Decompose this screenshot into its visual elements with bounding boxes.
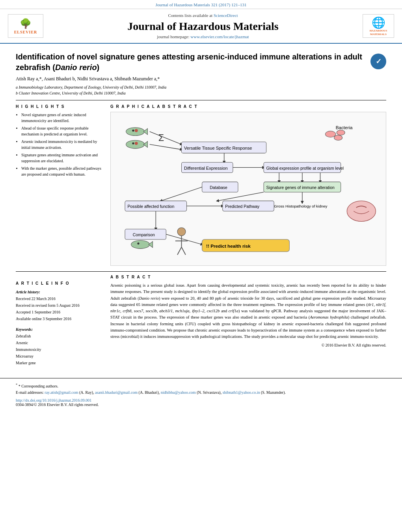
- graphical-abstract-section: G R A P H I C A L A B S T R A C T: [110, 104, 386, 266]
- issn-line: 0304-3894/© 2016 Elsevier B.V. All right…: [16, 402, 386, 407]
- svg-point-53: [137, 243, 139, 245]
- journal-header: 🌳 ELSEVIER Contents lists available at S…: [0, 9, 402, 44]
- globe-icon: 🌐: [372, 16, 385, 29]
- elsevier-logo: 🌳 ELSEVIER: [8, 14, 43, 38]
- abstract-text: Arsenic poisoning is a serious global is…: [110, 282, 386, 340]
- abstract-heading: A B S T R A C T: [110, 275, 386, 279]
- svg-text:Σ: Σ: [158, 133, 164, 143]
- article-info-heading: A R T I C L E I N F O: [16, 281, 102, 285]
- svg-point-5: [132, 142, 134, 144]
- svg-text:Possible affected function: Possible affected function: [128, 204, 175, 209]
- doi-section: http://dx.doi.org/10.1016/j.jhazmat.2016…: [0, 396, 402, 411]
- svg-point-16: [334, 135, 342, 140]
- highlight-item: Ahead of tissue specific response probab…: [21, 125, 102, 137]
- svg-text:Differential Expression: Differential Expression: [184, 166, 228, 171]
- svg-point-39: [347, 201, 376, 221]
- svg-line-6: [150, 132, 182, 145]
- highlights-graphical-section: H I G H L I G H T S Novel signature gene…: [16, 104, 386, 266]
- journal-reference: Journal of Hazardous Materials 321 (2017…: [0, 0, 402, 9]
- graphical-abstract-diagram: Σ Versatile Tissue Specific Response Bac…: [110, 112, 386, 266]
- svg-text:Gross Histopathology of kidney: Gross Histopathology of kidney: [274, 204, 327, 208]
- svg-point-51: [131, 241, 150, 249]
- svg-text:!! Predict health risk: !! Predict health risk: [206, 243, 251, 248]
- email-srivastava[interactable]: nidhibhu@yahoo.com: [161, 390, 196, 395]
- svg-line-32: [218, 192, 264, 201]
- crossmark-icon[interactable]: ✓: [370, 54, 386, 69]
- highlights-section: H I G H L I G H T S Novel signature gene…: [16, 104, 102, 266]
- svg-line-49: [177, 247, 181, 255]
- svg-marker-4: [143, 141, 147, 148]
- email-ray[interactable]: ray.atish@gmail.com: [45, 390, 78, 395]
- affiliation-b: b Cluster Innovation Centre, University …: [16, 90, 386, 96]
- email-mazumder[interactable]: shibnath1@yahoo.co.in: [223, 390, 260, 395]
- svg-point-15: [337, 130, 345, 135]
- svg-point-2: [132, 130, 134, 132]
- highlights-heading: H I G H L I G H T S: [16, 104, 102, 109]
- email-bhaduri[interactable]: asanii.bhaduri@gmail.com: [95, 390, 138, 395]
- article-info: A R T I C L E I N F O Article history: R…: [16, 281, 102, 366]
- homepage-line: journal homepage: www.elsevier.com/locat…: [51, 34, 355, 39]
- footnote-section: * * Corresponding authors. E-mail addres…: [0, 382, 402, 396]
- affiliation-a: a Immunobiology Laboratory, Department o…: [16, 84, 386, 90]
- divider-top: [16, 100, 386, 100]
- svg-line-30: [161, 187, 202, 201]
- abstract-section: A B S T R A C T Arsenic poisoning is a s…: [110, 275, 386, 366]
- svg-point-9: [135, 142, 138, 145]
- title-row: Identification of novel signature genes …: [16, 52, 386, 76]
- journal-center: Contents lists available at ScienceDirec…: [43, 13, 363, 39]
- hazardous-logo: 🌐 HAZARDOUS MATERIALS: [363, 14, 394, 38]
- svg-text:Comparison: Comparison: [133, 233, 155, 237]
- contents-line: Contents lists available at ScienceDirec…: [51, 13, 355, 18]
- highlight-item: Arsenic induced immunotoxicity is mediat…: [21, 139, 102, 150]
- highlight-item: Signature genes attesting immune activat…: [21, 152, 102, 164]
- svg-line-7: [150, 145, 182, 150]
- homepage-link[interactable]: www.elsevier.com/locate/jhazmat: [190, 34, 249, 39]
- svg-text:Predicted Pathway: Predicted Pathway: [225, 204, 260, 209]
- svg-text:Bacteria: Bacteria: [336, 125, 353, 130]
- highlight-item: Novel signature genes of arsenic induced…: [21, 112, 102, 124]
- divider-middle: [16, 271, 386, 272]
- svg-point-46: [177, 228, 186, 236]
- graphical-abstract-svg: Σ Versatile Tissue Specific Response Bac…: [115, 116, 382, 260]
- doi-link[interactable]: http://dx.doi.org/10.1016/j.jhazmat.2016…: [16, 398, 91, 402]
- divider-bottom: [0, 378, 402, 378]
- affiliations: a Immunobiology Laboratory, Department o…: [16, 84, 386, 96]
- copyright-line: © 2016 Elsevier B.V. All rights reserved…: [110, 343, 386, 347]
- article-title: Identification of novel signature genes …: [16, 52, 367, 73]
- journal-title: Journal of Hazardous Materials: [51, 20, 355, 33]
- svg-marker-52: [149, 241, 153, 248]
- svg-text:Global expression profile at o: Global expression profile at organism le…: [266, 166, 344, 171]
- highlight-item: With the marker genes, possible affected…: [21, 165, 102, 177]
- keywords-section: Keywords: Zebrafish Arsenic Immunotoxici…: [16, 326, 102, 366]
- email-line: E-mail addresses: ray.atish@gmail.com (A…: [16, 389, 386, 396]
- svg-point-8: [135, 129, 138, 132]
- graphical-abstract-heading: G R A P H I C A L A B S T R A C T: [110, 104, 386, 109]
- article-info-abstract-section: A R T I C L E I N F O Article history: R…: [16, 275, 386, 366]
- svg-line-50: [182, 247, 186, 255]
- svg-text:Database: Database: [210, 185, 227, 190]
- svg-text:Signature genes of immune alte: Signature genes of immune alteration: [266, 185, 335, 190]
- svg-line-43: [166, 234, 202, 245]
- svg-point-14: [326, 131, 336, 137]
- main-content: Identification of novel signature genes …: [0, 44, 402, 374]
- sciencedirect-link[interactable]: ScienceDirect: [214, 13, 238, 18]
- corresponding-label: * * Corresponding authors.: [16, 382, 386, 389]
- article-info-left: A R T I C L E I N F O Article history: R…: [16, 275, 102, 366]
- highlights-list: Novel signature genes of arsenic induced…: [16, 112, 102, 177]
- elsevier-tree-icon: 🌳: [20, 18, 32, 29]
- authors: Atish Ray a,*, Asani Bhaduri b, Nidhi Sr…: [16, 76, 386, 82]
- svg-marker-1: [143, 128, 147, 135]
- article-history: Article history: Received 22 March 2016 …: [16, 289, 102, 322]
- svg-text:Versatile Tissue Specific Resp: Versatile Tissue Specific Response: [184, 146, 252, 150]
